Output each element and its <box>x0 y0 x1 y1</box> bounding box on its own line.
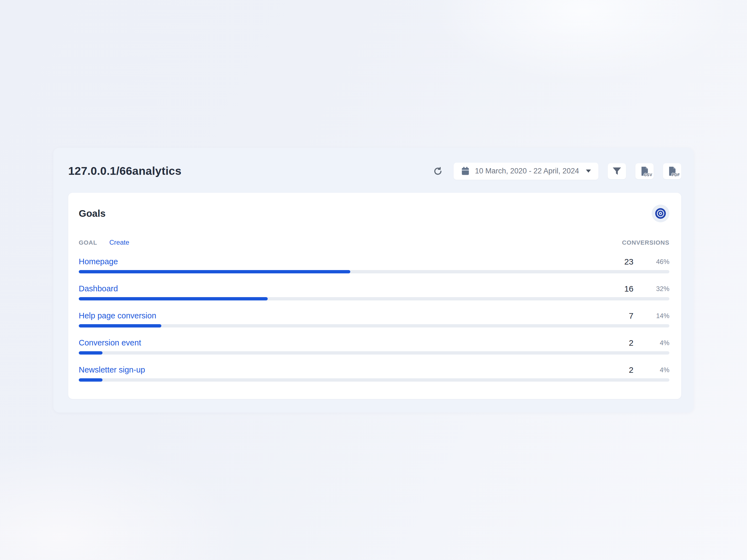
toolbar: 10 March, 2020 - 22 April, 2024 CS <box>432 163 681 180</box>
conversions-count: 23 <box>624 257 634 266</box>
export-csv-button[interactable]: CSV <box>636 163 654 179</box>
conversions-percent: 14% <box>634 312 669 320</box>
progress-track <box>79 378 669 382</box>
create-goal-link[interactable]: Create <box>109 239 129 246</box>
goals-table-header: GOAL Create CONVERSIONS <box>79 239 669 246</box>
goals-target-button[interactable] <box>652 205 669 222</box>
progress-track <box>79 297 669 300</box>
conversions-count: 2 <box>629 338 634 348</box>
pdf-label: PDF <box>672 172 680 177</box>
conversions-count: 16 <box>624 284 634 294</box>
bullseye-icon <box>655 208 666 219</box>
progress-track <box>79 351 669 354</box>
goal-link[interactable]: Conversion event <box>79 338 141 347</box>
goal-link[interactable]: Dashboard <box>79 284 118 293</box>
progress-fill <box>79 270 350 273</box>
csv-label: CSV <box>644 172 652 177</box>
analytics-panel: 127.0.0.1/66analytics <box>53 148 694 412</box>
date-range-picker[interactable]: 10 March, 2020 - 22 April, 2024 <box>454 163 598 180</box>
conversions-percent: 32% <box>634 285 669 293</box>
progress-fill <box>79 378 102 382</box>
goal-row: Dashboard 16 32% <box>79 282 669 300</box>
progress-fill <box>79 324 161 327</box>
conversions-percent: 4% <box>634 366 669 374</box>
filter-button[interactable] <box>608 163 626 179</box>
conversions-percent: 46% <box>634 258 669 266</box>
goal-row: Conversion event 2 4% <box>79 336 669 354</box>
conversions-count: 2 <box>629 365 634 375</box>
goal-row: Newsletter sign-up 2 4% <box>79 363 669 382</box>
progress-track <box>79 270 669 273</box>
page-title: 127.0.0.1/66analytics <box>68 165 181 178</box>
chevron-down-icon <box>586 169 591 172</box>
export-pdf-button[interactable]: PDF <box>663 163 681 179</box>
goals-card-header: Goals <box>79 203 669 224</box>
conversions-percent: 4% <box>634 339 669 347</box>
conversions-column-header: CONVERSIONS <box>622 239 669 246</box>
date-range-label: 10 March, 2020 - 22 April, 2024 <box>475 167 579 175</box>
calendar-icon <box>461 166 470 176</box>
progress-fill <box>79 351 102 354</box>
funnel-icon <box>612 167 622 176</box>
goal-row: Help page conversion 7 14% <box>79 309 669 327</box>
goal-link[interactable]: Newsletter sign-up <box>79 365 145 374</box>
goal-column-header: GOAL <box>79 239 97 246</box>
conversions-count: 7 <box>629 311 634 321</box>
goal-row: Homepage 23 46% <box>79 255 669 273</box>
goal-link[interactable]: Help page conversion <box>79 311 156 320</box>
goals-card: Goals GOAL Create CONVERSIONS Homepage 2… <box>68 193 681 399</box>
panel-header: 127.0.0.1/66analytics <box>68 148 681 193</box>
goal-link[interactable]: Homepage <box>79 257 118 266</box>
progress-track <box>79 324 669 327</box>
goals-title: Goals <box>79 208 105 219</box>
refresh-icon <box>433 166 443 177</box>
refresh-button[interactable] <box>432 165 444 178</box>
progress-fill <box>79 297 268 300</box>
